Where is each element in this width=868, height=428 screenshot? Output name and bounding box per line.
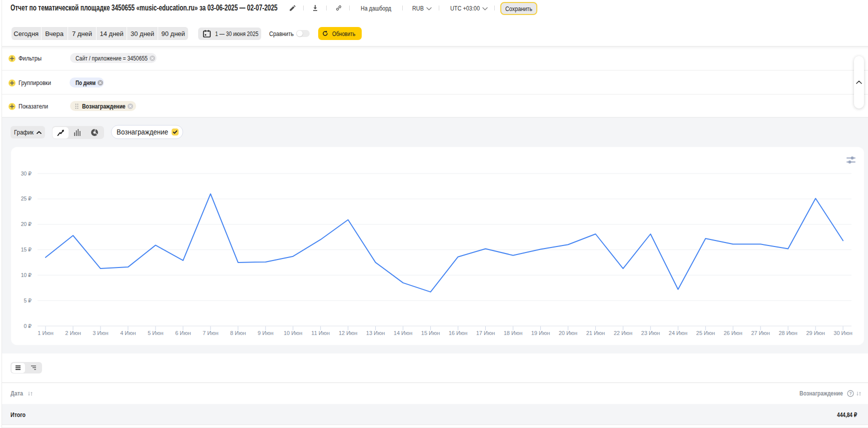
svg-text:4 Июн: 4 Июн (120, 330, 136, 336)
svg-text:20 Июн: 20 Июн (559, 330, 578, 336)
svg-text:6 Июн: 6 Июн (175, 330, 191, 336)
svg-text:15 ₽: 15 ₽ (21, 246, 32, 252)
svg-text:22 Июн: 22 Июн (614, 330, 633, 336)
svg-text:24 Июн: 24 Июн (669, 330, 688, 336)
svg-text:13 Июн: 13 Июн (366, 330, 385, 336)
svg-text:17 Июн: 17 Июн (476, 330, 495, 336)
svg-text:30 ₽: 30 ₽ (21, 170, 32, 176)
svg-text:18 Июн: 18 Июн (504, 330, 523, 336)
svg-text:12 Июн: 12 Июн (339, 330, 358, 336)
svg-text:11 Июн: 11 Июн (311, 330, 330, 336)
svg-text:5 ₽: 5 ₽ (24, 298, 32, 304)
svg-text:2 Июн: 2 Июн (65, 330, 81, 336)
svg-text:7 Июн: 7 Июн (203, 330, 218, 336)
svg-text:8 Июн: 8 Июн (230, 330, 246, 336)
svg-text:19 Июн: 19 Июн (531, 330, 550, 336)
svg-text:5 Июн: 5 Июн (148, 330, 163, 336)
svg-text:28 Июн: 28 Июн (778, 330, 797, 336)
svg-text:21 Июн: 21 Июн (586, 330, 605, 336)
svg-text:3 Июн: 3 Июн (93, 330, 108, 336)
svg-text:15 Июн: 15 Июн (421, 330, 440, 336)
svg-text:16 Июн: 16 Июн (449, 330, 468, 336)
svg-text:27 Июн: 27 Июн (751, 330, 770, 336)
svg-text:0 ₽: 0 ₽ (24, 323, 32, 329)
svg-text:10 ₽: 10 ₽ (21, 272, 32, 278)
svg-text:20 ₽: 20 ₽ (21, 221, 32, 227)
svg-text:23 Июн: 23 Июн (641, 330, 660, 336)
svg-text:29 Июн: 29 Июн (806, 330, 825, 336)
svg-text:1 Июн: 1 Июн (38, 330, 53, 336)
svg-text:30 Июн: 30 Июн (833, 330, 852, 336)
svg-text:9 Июн: 9 Июн (258, 330, 273, 336)
svg-text:14 Июн: 14 Июн (394, 330, 413, 336)
svg-text:26 Июн: 26 Июн (723, 330, 742, 336)
svg-text:?: ? (849, 391, 851, 396)
svg-text:25 ₽: 25 ₽ (21, 196, 32, 202)
svg-text:10 Июн: 10 Июн (284, 330, 303, 336)
svg-text:25 Июн: 25 Июн (696, 330, 715, 336)
